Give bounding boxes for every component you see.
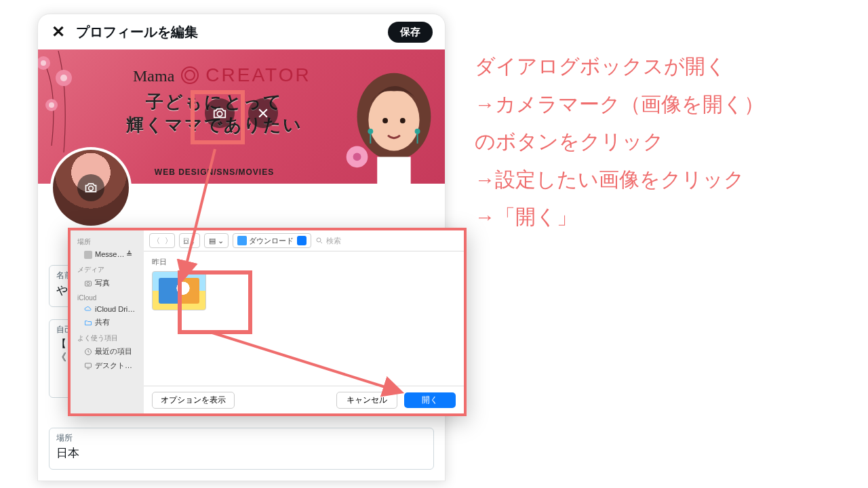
dialog-content: 昨日 <box>144 251 464 386</box>
camera-icon <box>212 106 227 121</box>
svg-point-4 <box>60 75 67 81</box>
svg-point-12 <box>353 152 361 161</box>
svg-point-0 <box>38 56 50 70</box>
svg-point-3 <box>41 60 46 66</box>
open-button[interactable]: 開く <box>404 392 456 408</box>
flower-decoration <box>38 51 113 152</box>
options-button[interactable]: オプションを表示 <box>152 392 235 409</box>
svg-point-2 <box>45 99 58 111</box>
banner-brand: Mama CREATOR <box>133 64 311 86</box>
nav-fwd-icon[interactable]: 〉 <box>162 236 174 246</box>
sidebar-item-icloud-drive[interactable]: iCloud Dri… <box>71 303 144 315</box>
search-icon <box>315 237 323 245</box>
dialog-toolbar: 〈〉 ⌼ ⌄ ▤ ⌄ ダウンロード 検索 <box>144 230 464 251</box>
sidebar-item-shared[interactable]: 共有 <box>71 315 144 329</box>
brand-script: Mama <box>133 67 174 85</box>
view-mode-icons[interactable]: ⌼ ⌄ <box>179 233 200 248</box>
sidebar-group-favorites: よく使う項目 <box>71 329 144 344</box>
svg-rect-23 <box>85 363 92 367</box>
sidebar-group-icloud: iCloud <box>71 290 144 303</box>
panel-title: プロフィールを編集 <box>76 23 388 41</box>
svg-point-17 <box>217 111 222 116</box>
location-dropdown[interactable]: ダウンロード <box>233 233 311 248</box>
search-input[interactable]: 検索 <box>315 236 458 246</box>
svg-point-1 <box>56 70 72 86</box>
banner-controls <box>205 98 278 128</box>
cancel-button[interactable]: キャンセル <box>336 392 397 409</box>
svg-point-7 <box>368 89 419 150</box>
svg-point-21 <box>87 282 90 285</box>
chevron-down-icon <box>297 236 307 245</box>
banner-camera-button[interactable] <box>205 98 235 128</box>
file-thumbnail[interactable] <box>152 271 206 310</box>
location-value: 日本 <box>56 445 427 461</box>
svg-point-24 <box>317 238 321 242</box>
banner-portrait <box>330 56 445 184</box>
folder-icon <box>237 236 247 245</box>
sidebar-group-places: 場所 <box>71 233 144 248</box>
view-mode-list[interactable]: ▤ ⌄ <box>204 233 229 248</box>
clock-icon <box>84 348 92 356</box>
nav-back-icon[interactable]: 〈 <box>150 236 162 246</box>
sidebar-group-media: メディア <box>71 261 144 276</box>
close-button[interactable]: ✕ <box>50 24 66 40</box>
svg-point-18 <box>89 186 94 191</box>
section-yesterday: 昨日 <box>152 257 456 267</box>
location-field[interactable]: 場所 日本 <box>49 428 434 470</box>
annotation-text: ダイアログボックスが開く →カメラマーク（画像を開く） のボタンをクリック →設… <box>475 47 854 236</box>
save-button[interactable]: 保存 <box>388 22 433 43</box>
svg-point-9 <box>400 118 406 123</box>
sidebar-item-recent[interactable]: 最近の項目 <box>71 344 144 359</box>
sidebar-item-messenger[interactable]: Messe… ≜ <box>71 248 144 261</box>
annotation-line-3: のボタンをクリック <box>475 123 854 161</box>
avatar-camera-button[interactable] <box>77 174 104 201</box>
file-open-dialog: 場所 Messe… ≜ メディア 写真 iCloud iCloud Dri… 共… <box>68 228 467 416</box>
dialog-button-bar: オプションを表示 キャンセル 開く <box>144 386 464 413</box>
dialog-sidebar: 場所 Messe… ≜ メディア 写真 iCloud iCloud Dri… 共… <box>71 230 144 413</box>
nav-buttons[interactable]: 〈〉 <box>149 233 175 248</box>
annotation-line-1: ダイアログボックスが開く <box>475 47 854 85</box>
svg-point-8 <box>382 118 388 123</box>
svg-rect-19 <box>84 251 92 259</box>
annotation-line-4: →設定したい画像をクリック <box>475 161 854 199</box>
search-placeholder: 検索 <box>326 236 341 246</box>
banner-remove-button[interactable] <box>248 98 278 128</box>
folder-icon <box>84 319 92 327</box>
brand-block: CREATOR <box>205 64 311 85</box>
banner-subtitle: WEB DESIGN/SNS/MOVIES <box>106 167 323 177</box>
avatar <box>50 147 132 228</box>
location-label: 場所 <box>56 432 427 444</box>
camera-icon <box>84 279 92 287</box>
sidebar-item-photos[interactable]: 写真 <box>71 276 144 290</box>
desktop-icon <box>84 362 92 370</box>
app-icon <box>84 251 92 259</box>
annotation-line-2: →カメラマーク（画像を開く） <box>475 85 854 123</box>
sidebar-item-desktop[interactable]: デスクト… <box>71 359 144 373</box>
dialog-main: 〈〉 ⌼ ⌄ ▤ ⌄ ダウンロード 検索 昨日 オプションを表示 キャンセル 開… <box>144 230 464 413</box>
annotation-line-5: →「開く」 <box>475 198 854 236</box>
close-icon <box>256 106 270 120</box>
cloud-icon <box>84 305 92 313</box>
panel-header: ✕ プロフィールを編集 保存 <box>38 14 445 49</box>
svg-point-5 <box>49 102 54 108</box>
camera-icon <box>84 181 98 195</box>
svg-rect-10 <box>377 157 410 184</box>
